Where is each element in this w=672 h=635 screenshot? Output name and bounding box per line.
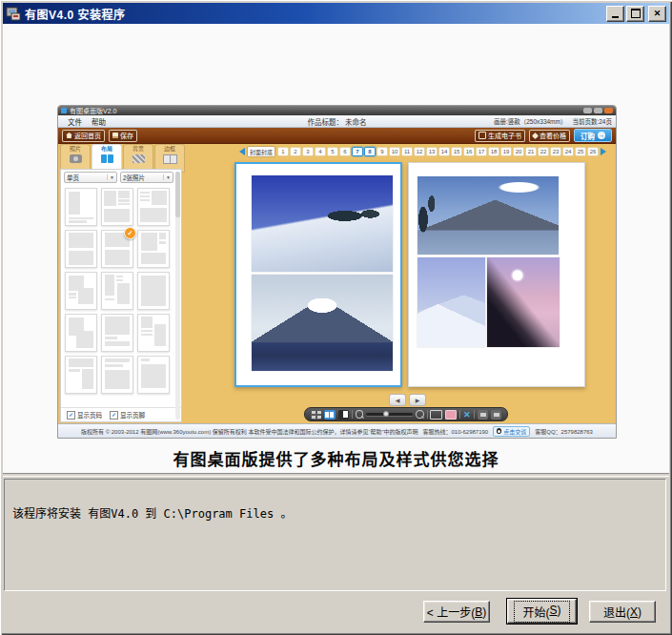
sidebar-footer: ✓ 显示页码 ✓ 显示页脚 [61, 407, 181, 421]
layout-thumb[interactable] [65, 272, 97, 310]
layout-thumb[interactable] [137, 230, 170, 268]
show-footer-checkbox[interactable]: ✓ 显示页脚 [110, 410, 145, 420]
layout-thumb[interactable] [137, 356, 170, 394]
page-count-info: 当前页数:24页 [572, 116, 612, 126]
layout-thumb[interactable] [65, 356, 97, 394]
page-cell-5[interactable]: 5 [327, 147, 338, 156]
menu-help[interactable]: 帮助 [92, 116, 106, 127]
app-minimize-icon[interactable] [583, 108, 592, 113]
hotline-text: 客服热线：010-62987190 [423, 427, 489, 436]
page-cell-18[interactable]: 18 [488, 147, 499, 156]
page-cell-11[interactable]: 11 [401, 147, 413, 156]
window-titlebar[interactable]: 有图V4.0 安装程序 ✕ [3, 3, 669, 24]
page-cell-17[interactable]: 17 [476, 147, 487, 156]
qq-chat-button[interactable]: 点击交谈 [493, 426, 530, 437]
photo-add-icon[interactable] [491, 410, 501, 420]
spread-view-icon[interactable] [324, 410, 335, 420]
zoom-slider-knob[interactable] [383, 411, 389, 417]
layout-thumb[interactable] [65, 188, 97, 226]
page-cell-16[interactable]: 16 [463, 147, 475, 156]
view-price-button[interactable]: 查看价格 [529, 130, 570, 142]
page-type-select[interactable]: 单页 ▼ [64, 172, 117, 183]
layout-thumb[interactable] [101, 356, 133, 394]
layout-thumb[interactable]: ✓ [101, 230, 133, 268]
left-page-selected[interactable] [234, 162, 402, 387]
app-maximize-icon[interactable] [594, 108, 602, 113]
exit-button[interactable]: 退出(X) [589, 601, 656, 623]
page-cell-25[interactable]: 25 [575, 147, 586, 156]
page-cell-4[interactable]: 4 [315, 147, 326, 156]
close-button-icon[interactable]: ✕ [648, 6, 666, 22]
order-arrow-icon: → [598, 132, 605, 139]
page-cell-14[interactable]: 14 [438, 147, 450, 156]
layout-thumb[interactable] [65, 230, 97, 268]
zoom-out-icon[interactable] [356, 410, 364, 419]
page-cell-23[interactable]: 23 [550, 147, 561, 156]
layout-thumb[interactable] [137, 188, 170, 226]
page-cell-20[interactable]: 20 [513, 147, 524, 156]
page-cell-19[interactable]: 19 [500, 147, 512, 156]
page-cell-2[interactable]: 2 [290, 147, 301, 156]
zoom-slider[interactable] [366, 413, 413, 416]
sidebar-scrollbar[interactable] [175, 172, 180, 420]
photo-tool-icon[interactable] [478, 410, 488, 420]
layout-thumb[interactable] [137, 272, 170, 310]
layout-thumb[interactable] [101, 314, 133, 352]
page-cell-12[interactable]: 12 [414, 147, 425, 156]
generate-ebook-button[interactable]: 生成电子书 [475, 130, 525, 142]
layout-thumb[interactable] [137, 314, 170, 352]
page-border-toggle-icon[interactable] [430, 410, 441, 420]
page-cell-13[interactable]: 13 [426, 147, 438, 156]
photo-snow-peaks[interactable] [417, 257, 485, 347]
grid-view-icon[interactable] [311, 410, 321, 420]
page-navigation: 封面封底 12345678910111213141516171819202122… [239, 146, 606, 157]
install-message: 该程序将安装 有图V4.0 到 C:\Program Files 。 [12, 504, 292, 521]
photo-snow-hill[interactable] [252, 175, 393, 272]
pages-scroll-left-icon[interactable] [239, 148, 245, 155]
menu-file[interactable]: 文件 [68, 116, 82, 127]
page-cell-6[interactable]: 6 [339, 147, 351, 156]
app-close-icon[interactable] [604, 108, 613, 113]
prev-spread-icon[interactable]: ◀ [389, 394, 406, 406]
page-cell-22[interactable]: 22 [538, 147, 549, 156]
photo-moon-twilight[interactable] [487, 257, 560, 347]
save-button[interactable]: 保存 [109, 130, 137, 142]
next-spread-icon[interactable]: ▶ [409, 394, 426, 406]
chevron-down-icon: ▼ [107, 174, 114, 180]
minimize-button-icon[interactable] [606, 6, 624, 22]
page-cell-24[interactable]: 24 [562, 147, 574, 156]
show-page-number-checkbox[interactable]: ✓ 显示页码 [67, 410, 102, 420]
photo-mount-fuji[interactable] [252, 275, 393, 371]
layout-thumb[interactable] [101, 272, 133, 310]
pages-scroll-right-icon[interactable] [601, 148, 606, 155]
start-button[interactable]: 开始(S) [507, 599, 577, 624]
spread-nav: ◀ ▶ [389, 394, 426, 406]
right-page[interactable] [408, 162, 585, 387]
home-button[interactable]: 返回首页 [62, 130, 105, 142]
photo-mountain-sea[interactable] [417, 176, 559, 255]
page-cell-26[interactable]: 26 [587, 147, 599, 156]
scrollbar-thumb[interactable] [175, 172, 180, 217]
swap-photos-icon[interactable]: ✕ [463, 410, 471, 420]
page-cell-7[interactable]: 7 [352, 147, 363, 156]
checkbox-checked-icon: ✓ [110, 411, 118, 420]
back-button[interactable]: < 上一步(B) [423, 601, 490, 623]
layout-thumb[interactable] [65, 314, 97, 352]
maximize-button-icon[interactable] [626, 6, 644, 22]
app-menubar: 作品标题： 未命名 文件 帮助 画册:竖款（250x334mm） 当前页数:24… [58, 115, 616, 128]
page-bleed-toggle-icon[interactable] [445, 410, 457, 420]
page-cell-3[interactable]: 3 [302, 147, 314, 156]
zoom-in-icon[interactable] [416, 410, 424, 419]
layout-thumb[interactable] [101, 188, 133, 226]
page-cell-8[interactable]: 8 [364, 147, 376, 156]
page-cell-10[interactable]: 10 [389, 147, 400, 156]
single-page-view-icon[interactable] [338, 410, 349, 420]
album-info: 画册:竖款（250x334mm） [494, 116, 567, 126]
photo-count-select[interactable]: 2张照片 ▼ [120, 172, 173, 183]
page-cell-15[interactable]: 15 [451, 147, 462, 156]
page-cell-21[interactable]: 21 [525, 147, 537, 156]
cover-pages-button[interactable]: 封面封底 [247, 146, 275, 157]
order-button[interactable]: 订购 → [574, 129, 612, 142]
page-cell-9[interactable]: 9 [377, 147, 388, 156]
page-cell-1[interactable]: 1 [277, 147, 289, 156]
